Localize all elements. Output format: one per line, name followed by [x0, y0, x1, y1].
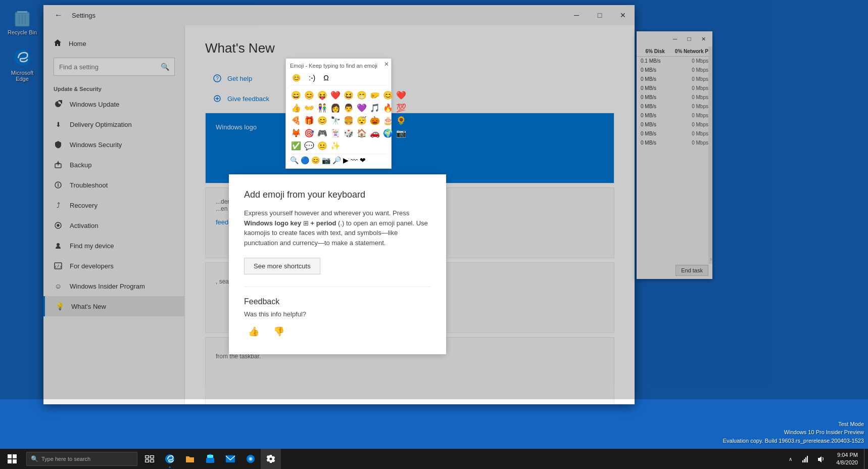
emoji-cell[interactable]: ✅: [290, 140, 302, 152]
show-desktop-button[interactable]: [864, 449, 868, 469]
emoji-cell[interactable]: 🤛: [369, 89, 381, 101]
svg-rect-20: [146, 456, 149, 458]
svg-rect-22: [146, 460, 149, 462]
emoji-cell[interactable]: 💜: [356, 102, 368, 114]
emoji-cell[interactable]: 😝: [316, 89, 328, 101]
emoji-cell[interactable]: 😊: [316, 115, 328, 126]
emoji-search-icon[interactable]: 🔍: [290, 156, 299, 164]
task-view-button[interactable]: [139, 449, 160, 469]
emoji-close-button[interactable]: ✕: [384, 61, 389, 68]
emoji-cell[interactable]: 😁: [356, 89, 368, 101]
emoji-cell[interactable]: 🎯: [303, 127, 315, 139]
emoji-cell[interactable]: 🍕: [290, 115, 302, 126]
emoji-cell[interactable]: 🔥: [382, 102, 394, 114]
emoji-cell[interactable]: 🎲: [343, 127, 355, 139]
emoji-cell[interactable]: 😊: [382, 89, 394, 101]
start-button[interactable]: [0, 449, 24, 469]
emoji-cell[interactable]: 👨: [343, 102, 355, 114]
svg-point-31: [270, 458, 272, 460]
emoji-cell[interactable]: 🍔: [343, 115, 355, 126]
svg-rect-16: [8, 454, 12, 458]
emoji-cell[interactable]: 🌍: [382, 127, 394, 139]
emoji-cell[interactable]: 👩: [329, 102, 342, 114]
watermark-line1: Test Mode: [723, 420, 864, 429]
emoji-cell[interactable]: 💯: [395, 102, 407, 114]
taskbar-explorer-button[interactable]: [180, 449, 200, 469]
emoji-cell[interactable]: 👫: [316, 102, 328, 114]
emoji-cell[interactable]: ✨: [329, 140, 342, 152]
taskbar-search-text: Type here to search: [41, 456, 90, 462]
emoji-cell[interactable]: 😐: [316, 140, 328, 152]
thumbs-up-button[interactable]: 👍: [244, 324, 263, 339]
svg-rect-27: [226, 455, 235, 462]
emoji-search-item[interactable]: ❤: [360, 156, 366, 164]
emoji-cell[interactable]: 📷: [395, 127, 407, 139]
emoji-cell[interactable]: 🎵: [369, 102, 381, 114]
svg-rect-33: [804, 459, 805, 462]
volume-icon[interactable]: [813, 449, 828, 469]
taskbar-settings-button[interactable]: [261, 449, 281, 469]
emoji-cell[interactable]: 😆: [343, 89, 355, 101]
taskbar-mail-button[interactable]: [220, 449, 240, 469]
emoji-cell[interactable]: 🔭: [329, 115, 342, 126]
emoji-tab-emoji[interactable]: 😊: [290, 73, 303, 83]
emoji-tab-symbols[interactable]: Ω: [321, 73, 330, 83]
feedback-section: Feedback Was this info helpful? 👍 👎: [244, 287, 431, 339]
emoji-search-bar: 🔍 🔵 😊 📷 🔎 ▶ 〰 ❤: [290, 154, 387, 164]
emoji-cell[interactable]: 🎁: [303, 115, 315, 126]
svg-rect-34: [805, 457, 806, 462]
emoji-tabs: 😊 :-) Ω: [290, 73, 387, 85]
emoji-cell[interactable]: ❤️: [329, 89, 342, 101]
emoji-popup: ✕ Emoji - Keep typing to find an emoji 😊…: [285, 58, 392, 169]
emoji-cell[interactable]: 😄: [290, 89, 302, 101]
emoji-title: Emoji - Keep typing to find an emoji: [290, 63, 387, 69]
see-more-button[interactable]: See more shortcuts: [244, 258, 320, 274]
emoji-search-item[interactable]: 🔎: [332, 156, 341, 164]
emoji-cell[interactable]: 🏠: [356, 127, 368, 139]
thumbs-down-button[interactable]: 👎: [269, 324, 288, 339]
network-icon[interactable]: [798, 449, 813, 469]
taskbar-search[interactable]: 🔍 Type here to search: [26, 452, 137, 466]
emoji-cell[interactable]: 🎂: [382, 115, 394, 126]
emoji-cell[interactable]: 😴: [356, 115, 368, 126]
feedback-buttons: 👍 👎: [244, 324, 431, 339]
emoji-search-item[interactable]: 〰: [351, 156, 358, 164]
taskbar-edge-button[interactable]: [160, 449, 180, 469]
feedback-title: Feedback: [244, 297, 431, 306]
emoji-cell[interactable]: 🎮: [316, 127, 328, 139]
emoji-cell[interactable]: 👐: [303, 102, 315, 114]
emoji-search-item[interactable]: ▶: [343, 156, 349, 164]
watermark-line3: Evaluation copy. Build 19603.rs_prerelea…: [723, 437, 864, 445]
emoji-cell[interactable]: 🌻: [395, 115, 407, 126]
emoji-cell[interactable]: ❤️: [395, 89, 407, 101]
emoji-cell[interactable]: 👍: [290, 102, 302, 114]
emoji-search-item[interactable]: 📷: [322, 156, 330, 164]
svg-rect-32: [802, 460, 803, 462]
info-panel: Add emoji from your keyboard Express you…: [229, 174, 446, 354]
emoji-cell[interactable]: 🚗: [369, 127, 381, 139]
info-panel-text: Express yourself however and wherever yo…: [244, 208, 431, 248]
emoji-cell[interactable]: 🦊: [290, 127, 302, 139]
date-display: 4/8/2020: [836, 459, 858, 466]
clock[interactable]: 9:04 PM 4/8/2020: [830, 451, 864, 467]
emoji-tab-kaomoji[interactable]: :-): [307, 73, 317, 83]
feedback-question: Was this info helpful?: [244, 310, 431, 318]
emoji-cell[interactable]: 😊: [303, 89, 315, 101]
svg-rect-26: [207, 455, 213, 458]
emoji-cell[interactable]: 💬: [303, 140, 315, 152]
svg-rect-23: [151, 460, 154, 462]
system-tray: ∧: [781, 449, 830, 469]
svg-rect-18: [8, 459, 12, 463]
emoji-search-item[interactable]: 😊: [311, 156, 320, 164]
emoji-cell[interactable]: 🃏: [329, 127, 342, 139]
taskbar-store-button[interactable]: [200, 449, 220, 469]
chevron-icon[interactable]: ∧: [783, 449, 798, 469]
svg-rect-17: [13, 454, 17, 458]
svg-rect-25: [206, 458, 214, 463]
emoji-grid: 😄 😊 😝 ❤️ 😆 😁 🤛 😊 ❤️ 👍 👐 👫 👩 👨 💜 🎵 🔥 💯 🍕 …: [290, 89, 387, 152]
taskbar-search-icon: 🔍: [31, 455, 38, 462]
time-display: 9:04 PM: [836, 451, 858, 459]
taskbar-photos-button[interactable]: [240, 449, 261, 469]
emoji-search-item[interactable]: 🔵: [301, 156, 309, 164]
emoji-cell[interactable]: 🎃: [369, 115, 381, 126]
